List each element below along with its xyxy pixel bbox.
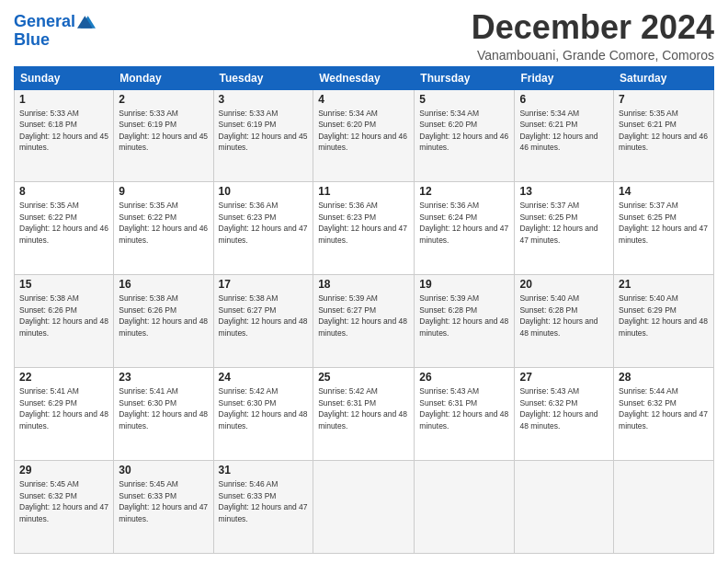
- header-row: Sunday Monday Tuesday Wednesday Thursday…: [15, 66, 714, 89]
- calendar-week-1: 1 Sunrise: 5:33 AMSunset: 6:18 PMDayligh…: [15, 89, 714, 182]
- day-detail: Sunrise: 5:43 AMSunset: 6:32 PMDaylight:…: [519, 386, 597, 430]
- table-row: 24 Sunrise: 5:42 AMSunset: 6:30 PMDaylig…: [213, 368, 313, 461]
- table-row: [415, 461, 515, 554]
- table-row: 26 Sunrise: 5:43 AMSunset: 6:31 PMDaylig…: [415, 368, 515, 461]
- table-row: 5 Sunrise: 5:34 AMSunset: 6:20 PMDayligh…: [415, 89, 515, 182]
- day-number: 29: [19, 464, 108, 477]
- day-number: 15: [19, 278, 108, 291]
- day-number: 7: [619, 93, 709, 106]
- col-tuesday: Tuesday: [213, 66, 313, 89]
- day-detail: Sunrise: 5:37 AMSunset: 6:25 PMDaylight:…: [519, 201, 597, 244]
- day-number: 13: [519, 185, 609, 198]
- table-row: 16 Sunrise: 5:38 AMSunset: 6:26 PMDaylig…: [114, 275, 213, 368]
- table-row: [515, 461, 614, 554]
- day-number: 11: [318, 185, 409, 198]
- day-detail: Sunrise: 5:42 AMSunset: 6:31 PMDaylight:…: [318, 386, 407, 430]
- day-detail: Sunrise: 5:45 AMSunset: 6:32 PMDaylight:…: [19, 479, 108, 523]
- table-row: 31 Sunrise: 5:46 AMSunset: 6:33 PMDaylig…: [213, 461, 313, 554]
- table-row: 4 Sunrise: 5:34 AMSunset: 6:20 PMDayligh…: [313, 89, 415, 182]
- table-row: 12 Sunrise: 5:36 AMSunset: 6:24 PMDaylig…: [415, 182, 515, 275]
- table-row: 17 Sunrise: 5:38 AMSunset: 6:27 PMDaylig…: [213, 275, 313, 368]
- col-thursday: Thursday: [415, 66, 515, 89]
- calendar-week-4: 22 Sunrise: 5:41 AMSunset: 6:29 PMDaylig…: [15, 368, 714, 461]
- table-row: 6 Sunrise: 5:34 AMSunset: 6:21 PMDayligh…: [515, 89, 614, 182]
- day-detail: Sunrise: 5:34 AMSunset: 6:21 PMDaylight:…: [519, 109, 597, 152]
- col-wednesday: Wednesday: [313, 66, 415, 89]
- subtitle: Vanambouani, Grande Comore, Comoros: [472, 48, 714, 63]
- day-detail: Sunrise: 5:42 AMSunset: 6:30 PMDaylight:…: [219, 386, 308, 430]
- day-detail: Sunrise: 5:36 AMSunset: 6:23 PMDaylight:…: [318, 201, 407, 244]
- header: General Blue December 2024 Vanambouani, …: [14, 9, 714, 63]
- table-row: 23 Sunrise: 5:41 AMSunset: 6:30 PMDaylig…: [114, 368, 213, 461]
- day-detail: Sunrise: 5:34 AMSunset: 6:20 PMDaylight:…: [318, 109, 407, 152]
- logo-text: General: [14, 13, 75, 31]
- day-detail: Sunrise: 5:35 AMSunset: 6:21 PMDaylight:…: [619, 109, 708, 152]
- day-detail: Sunrise: 5:34 AMSunset: 6:20 PMDaylight:…: [419, 109, 508, 152]
- table-row: 3 Sunrise: 5:33 AMSunset: 6:19 PMDayligh…: [213, 89, 313, 182]
- day-detail: Sunrise: 5:38 AMSunset: 6:26 PMDaylight:…: [119, 293, 208, 337]
- day-detail: Sunrise: 5:40 AMSunset: 6:29 PMDaylight:…: [619, 293, 708, 337]
- day-number: 2: [119, 93, 208, 106]
- calendar-week-2: 8 Sunrise: 5:35 AMSunset: 6:22 PMDayligh…: [15, 182, 714, 275]
- day-number: 26: [419, 371, 509, 384]
- table-row: 9 Sunrise: 5:35 AMSunset: 6:22 PMDayligh…: [114, 182, 213, 275]
- day-number: 14: [619, 185, 709, 198]
- day-detail: Sunrise: 5:35 AMSunset: 6:22 PMDaylight:…: [19, 201, 108, 244]
- table-row: 8 Sunrise: 5:35 AMSunset: 6:22 PMDayligh…: [15, 182, 114, 275]
- day-detail: Sunrise: 5:36 AMSunset: 6:23 PMDaylight:…: [219, 201, 308, 244]
- day-number: 4: [318, 93, 409, 106]
- day-detail: Sunrise: 5:39 AMSunset: 6:27 PMDaylight:…: [318, 293, 407, 337]
- table-row: 22 Sunrise: 5:41 AMSunset: 6:29 PMDaylig…: [15, 368, 114, 461]
- day-detail: Sunrise: 5:41 AMSunset: 6:30 PMDaylight:…: [119, 386, 208, 430]
- table-row: 21 Sunrise: 5:40 AMSunset: 6:29 PMDaylig…: [614, 275, 714, 368]
- table-row: [614, 461, 714, 554]
- day-number: 8: [19, 185, 108, 198]
- day-number: 12: [419, 185, 509, 198]
- table-row: 2 Sunrise: 5:33 AMSunset: 6:19 PMDayligh…: [114, 89, 213, 182]
- day-detail: Sunrise: 5:43 AMSunset: 6:31 PMDaylight:…: [419, 386, 508, 430]
- table-row: 1 Sunrise: 5:33 AMSunset: 6:18 PMDayligh…: [15, 89, 114, 182]
- col-saturday: Saturday: [614, 66, 714, 89]
- day-number: 5: [419, 93, 509, 106]
- day-number: 16: [119, 278, 208, 291]
- day-number: 1: [19, 93, 108, 106]
- table-row: 7 Sunrise: 5:35 AMSunset: 6:21 PMDayligh…: [614, 89, 714, 182]
- calendar-table: Sunday Monday Tuesday Wednesday Thursday…: [14, 66, 714, 554]
- day-detail: Sunrise: 5:45 AMSunset: 6:33 PMDaylight:…: [119, 479, 208, 523]
- calendar-week-3: 15 Sunrise: 5:38 AMSunset: 6:26 PMDaylig…: [15, 275, 714, 368]
- day-number: 9: [119, 185, 208, 198]
- day-detail: Sunrise: 5:33 AMSunset: 6:19 PMDaylight:…: [219, 109, 308, 152]
- day-number: 30: [119, 464, 208, 477]
- table-row: 29 Sunrise: 5:45 AMSunset: 6:32 PMDaylig…: [15, 461, 114, 554]
- day-detail: Sunrise: 5:38 AMSunset: 6:27 PMDaylight:…: [219, 293, 308, 337]
- day-detail: Sunrise: 5:41 AMSunset: 6:29 PMDaylight:…: [19, 386, 108, 430]
- day-detail: Sunrise: 5:38 AMSunset: 6:26 PMDaylight:…: [19, 293, 108, 337]
- page: General Blue December 2024 Vanambouani, …: [0, 0, 728, 563]
- table-row: 28 Sunrise: 5:44 AMSunset: 6:32 PMDaylig…: [614, 368, 714, 461]
- day-detail: Sunrise: 5:35 AMSunset: 6:22 PMDaylight:…: [119, 201, 208, 244]
- table-row: 19 Sunrise: 5:39 AMSunset: 6:28 PMDaylig…: [415, 275, 515, 368]
- title-area: December 2024 Vanambouani, Grande Comore…: [472, 9, 714, 63]
- table-row: 20 Sunrise: 5:40 AMSunset: 6:28 PMDaylig…: [515, 275, 614, 368]
- table-row: 18 Sunrise: 5:39 AMSunset: 6:27 PMDaylig…: [313, 275, 415, 368]
- logo: General Blue: [14, 13, 96, 50]
- col-friday: Friday: [515, 66, 614, 89]
- day-number: 31: [219, 464, 309, 477]
- day-number: 20: [519, 278, 609, 291]
- table-row: 10 Sunrise: 5:36 AMSunset: 6:23 PMDaylig…: [213, 182, 313, 275]
- table-row: 25 Sunrise: 5:42 AMSunset: 6:31 PMDaylig…: [313, 368, 415, 461]
- logo-text-blue: Blue: [14, 31, 96, 50]
- logo-icon: [77, 13, 96, 31]
- day-number: 24: [219, 371, 309, 384]
- col-sunday: Sunday: [15, 66, 114, 89]
- table-row: 13 Sunrise: 5:37 AMSunset: 6:25 PMDaylig…: [515, 182, 614, 275]
- col-monday: Monday: [114, 66, 213, 89]
- day-number: 25: [318, 371, 409, 384]
- table-row: 14 Sunrise: 5:37 AMSunset: 6:25 PMDaylig…: [614, 182, 714, 275]
- table-row: 11 Sunrise: 5:36 AMSunset: 6:23 PMDaylig…: [313, 182, 415, 275]
- day-number: 17: [219, 278, 309, 291]
- day-number: 21: [619, 278, 709, 291]
- day-detail: Sunrise: 5:36 AMSunset: 6:24 PMDaylight:…: [419, 201, 508, 244]
- table-row: [313, 461, 415, 554]
- day-detail: Sunrise: 5:37 AMSunset: 6:25 PMDaylight:…: [619, 201, 708, 244]
